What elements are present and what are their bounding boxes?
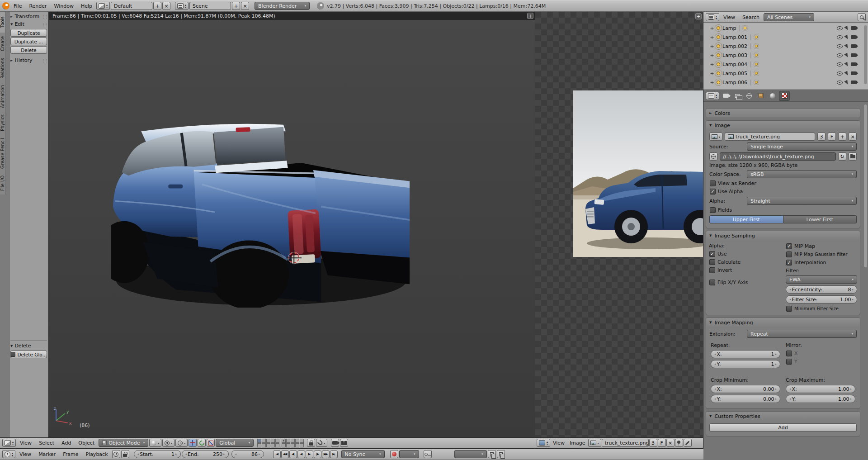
object-name[interactable]: Lamp.001 xyxy=(722,34,747,40)
preview-range-button[interactable] xyxy=(112,450,120,458)
frame-end-field[interactable]: ◂End:250▸ xyxy=(182,450,229,458)
jump-to-end-button[interactable]: ▶| xyxy=(330,451,338,458)
expand-icon[interactable]: + xyxy=(710,25,714,31)
outliner-item-lamp[interactable]: +Lamp.006│ xyxy=(703,78,863,87)
panel-mapping-header[interactable]: ▼Image Mapping xyxy=(706,318,860,327)
stepper-left-icon[interactable]: ◂ xyxy=(185,452,187,456)
snap-toggle[interactable]: ▾ xyxy=(316,439,327,447)
expand-icon[interactable]: + xyxy=(710,71,714,76)
crop-max-y-field[interactable]: ◂Y:1.00▸ xyxy=(786,395,855,403)
filter-select[interactable]: EWA▾ xyxy=(786,275,857,284)
shelf-tab-physics[interactable]: Physics xyxy=(0,111,5,135)
calculate-checkbox[interactable] xyxy=(709,259,715,265)
tab-object[interactable] xyxy=(755,91,766,101)
shelf-tab-file-io[interactable]: File I/O xyxy=(0,172,5,194)
orientation-select[interactable]: Global▾ xyxy=(216,439,254,447)
unlink-image-button[interactable]: × xyxy=(849,133,857,141)
delete-button[interactable]: Delete xyxy=(10,46,47,54)
flip-axis-checkbox[interactable] xyxy=(709,280,715,285)
reference-photo[interactable] xyxy=(573,90,703,257)
tab-render[interactable] xyxy=(720,91,731,101)
tab-texture[interactable] xyxy=(779,91,790,101)
selectable-arrow-icon[interactable] xyxy=(844,52,849,58)
frame-forward-button[interactable]: |▶ xyxy=(314,451,321,458)
layers-widget-left[interactable] xyxy=(257,439,279,447)
repeat-x-field[interactable]: ◂X:1▸ xyxy=(711,350,780,358)
visibility-eye-icon[interactable] xyxy=(837,71,843,76)
object-name[interactable]: Lamp.002 xyxy=(722,43,747,49)
outliner-item-lamp[interactable]: +Lamp.002│ xyxy=(703,42,863,51)
panel-custom-header[interactable]: ▼Custom Properties xyxy=(706,412,860,421)
panel-transform-header[interactable]: ►Transform⋮⋮ xyxy=(10,13,47,20)
shelf-tab-tools[interactable]: Tools xyxy=(0,12,5,33)
delete-global-button[interactable]: Delete Glo... xyxy=(10,351,47,358)
object-name[interactable]: Lamp xyxy=(722,25,736,31)
crop-min-x-field[interactable]: ◂X:0.00▸ xyxy=(711,385,780,393)
pin-button[interactable] xyxy=(675,439,683,447)
manipulator-rotate-button[interactable] xyxy=(198,439,206,447)
drag-dots-icon[interactable]: ⋮⋮ xyxy=(42,14,47,19)
stepper-right-icon[interactable]: ▸ xyxy=(850,397,852,401)
selectable-arrow-icon[interactable] xyxy=(844,71,849,76)
outliner-item-lamp[interactable]: +Lamp.001│ xyxy=(703,33,863,42)
colorspace-select[interactable]: sRGB▾ xyxy=(747,170,857,178)
stepper-left-icon[interactable]: ◂ xyxy=(789,288,791,291)
panel-history-header[interactable]: ►History⋮⋮ xyxy=(10,57,47,64)
stepper-left-icon[interactable]: ◂ xyxy=(789,298,791,301)
fake-user-button[interactable]: F xyxy=(828,133,836,141)
duplicate-button[interactable]: Duplicate xyxy=(10,29,47,37)
menu-frame[interactable]: Frame xyxy=(60,451,81,458)
renderable-camera-icon[interactable] xyxy=(851,81,856,84)
renderable-camera-icon[interactable] xyxy=(851,71,856,75)
menu-view[interactable]: View xyxy=(16,451,34,458)
auto-keyframe-button[interactable] xyxy=(390,450,398,458)
manipulator-scale-button[interactable] xyxy=(207,439,215,447)
menu-image[interactable]: Image xyxy=(567,439,587,447)
play-reverse-button[interactable]: ◀ xyxy=(297,451,305,458)
open-file-button[interactable] xyxy=(849,152,857,161)
min-filter-size-checkbox[interactable] xyxy=(786,306,792,312)
screen-layout-name[interactable]: Default xyxy=(111,2,152,10)
tab-render-layers[interactable] xyxy=(732,91,743,101)
add-property-button[interactable]: Add xyxy=(709,423,857,432)
frame-back-button[interactable]: ◀| xyxy=(289,451,297,458)
next-keyframe-button[interactable]: ▶▶ xyxy=(322,451,330,458)
use-alpha-checkbox[interactable]: ✓ xyxy=(710,189,716,194)
prev-keyframe-button[interactable]: ◀◀ xyxy=(281,451,289,458)
stepper-right-icon[interactable]: ▸ xyxy=(223,452,225,456)
editor-type-timeline-select[interactable]: ▴▾ xyxy=(2,450,15,458)
lock-range-button[interactable] xyxy=(121,450,129,458)
stepper-left-icon[interactable]: ◂ xyxy=(789,397,791,401)
image-users-button[interactable]: 3 xyxy=(649,439,657,447)
image-users-button[interactable]: 3 xyxy=(817,133,826,141)
duplicate-linked-button[interactable]: Duplicate ... xyxy=(10,38,47,45)
selectable-arrow-icon[interactable] xyxy=(844,62,849,67)
upper-first-button[interactable]: Upper First xyxy=(709,215,783,223)
stepper-right-icon[interactable]: ▸ xyxy=(850,387,852,391)
screen-layout-browse[interactable]: ▴▾ xyxy=(96,2,110,10)
mirror-x-checkbox[interactable] xyxy=(786,351,792,356)
menu-object[interactable]: Object xyxy=(75,439,98,447)
keying-set-select[interactable]: ▾ xyxy=(399,450,419,458)
tab-material[interactable] xyxy=(767,91,778,101)
stepper-left-icon[interactable]: ◂ xyxy=(714,397,716,401)
renderable-camera-icon[interactable] xyxy=(851,53,856,57)
mode-select[interactable]: Object Mode▾ xyxy=(99,439,148,447)
editor-type-properties-select[interactable]: ▴▾ xyxy=(706,92,719,100)
menu-window[interactable]: Window xyxy=(51,2,77,10)
uv-canvas[interactable]: + xyxy=(535,12,703,437)
visibility-eye-icon[interactable] xyxy=(837,62,843,66)
selectable-arrow-icon[interactable] xyxy=(844,34,849,40)
manipulator-translate-button[interactable] xyxy=(189,439,197,447)
shelf-tab-grease-pencil[interactable]: Grease Pencil xyxy=(0,135,5,172)
menu-help[interactable]: Help xyxy=(78,2,95,10)
visibility-eye-icon[interactable] xyxy=(837,53,843,57)
object-name[interactable]: Lamp.003 xyxy=(722,52,747,58)
lock-to-scene-button[interactable] xyxy=(307,439,315,447)
expand-icon[interactable]: + xyxy=(710,52,714,58)
stepper-left-icon[interactable]: ◂ xyxy=(789,387,791,391)
stepper-right-icon[interactable]: ▸ xyxy=(775,387,777,391)
add-layout-button[interactable]: + xyxy=(153,2,161,10)
panel-sampling-header[interactable]: ▼Image Sampling xyxy=(706,231,860,240)
render-engine-select[interactable]: Blender Render▾ xyxy=(255,2,310,10)
